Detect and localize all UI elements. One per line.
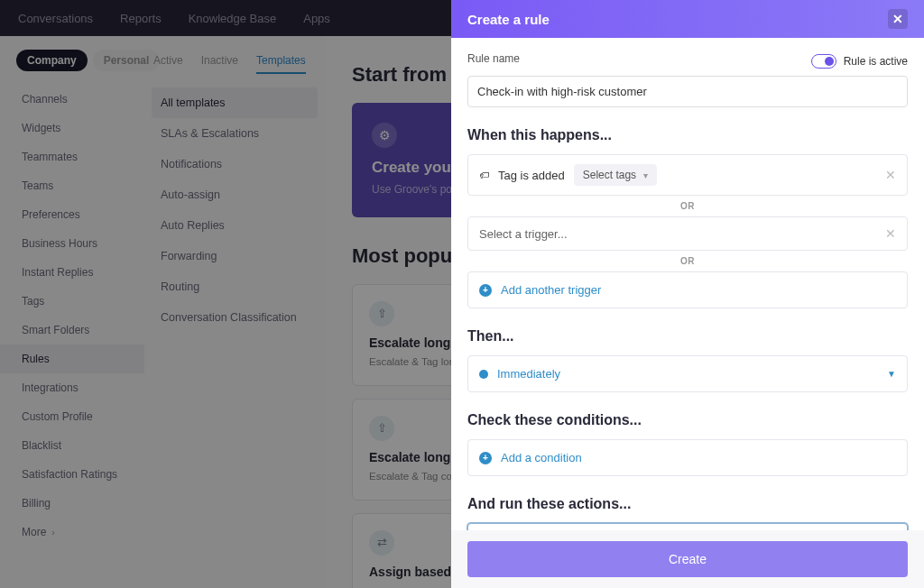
plus-icon: +	[479, 284, 492, 297]
rule-active-toggle[interactable]	[811, 54, 836, 69]
trigger-select-row[interactable]: Select a trigger... ✕	[467, 216, 908, 251]
then-timing-dropdown[interactable]: Immediately ▼	[467, 355, 908, 392]
trigger-row[interactable]: 🏷 Tag is added Select tags ▾ ✕	[467, 154, 908, 196]
action-row[interactable]: ✉ Send a new email to the customer ✕	[467, 523, 908, 530]
section-then: Then...	[467, 328, 908, 345]
trigger-placeholder: Select a trigger...	[479, 227, 568, 241]
section-actions: And run these actions...	[467, 496, 908, 512]
or-separator: OR	[467, 196, 908, 216]
close-button[interactable]: ✕	[888, 9, 908, 29]
close-icon: ✕	[892, 12, 903, 26]
create-rule-panel: Create a rule ✕ Rule name Rule is active…	[451, 0, 924, 588]
rule-active-label: Rule is active	[844, 55, 908, 68]
remove-trigger-icon[interactable]: ✕	[885, 226, 896, 241]
chevron-down-icon: ▾	[643, 170, 648, 180]
rule-name-label: Rule name	[467, 52, 520, 65]
panel-title: Create a rule	[467, 12, 550, 27]
trigger-label: Tag is added	[498, 169, 565, 182]
dot-icon	[479, 370, 488, 379]
select-tags-dropdown[interactable]: Select tags ▾	[574, 164, 657, 186]
plus-icon: +	[479, 452, 492, 464]
add-condition-button[interactable]: + Add a condition	[467, 439, 908, 476]
create-button[interactable]: Create	[467, 541, 908, 577]
remove-trigger-icon[interactable]: ✕	[885, 168, 896, 182]
or-separator: OR	[467, 251, 908, 271]
section-conditions: Check these conditions...	[467, 412, 908, 428]
rule-name-input[interactable]	[467, 76, 908, 107]
add-trigger-button[interactable]: + Add another trigger	[467, 271, 908, 308]
section-when: When this happens...	[467, 127, 908, 143]
tag-icon: 🏷	[479, 170, 489, 180]
caret-down-icon: ▼	[887, 369, 896, 379]
